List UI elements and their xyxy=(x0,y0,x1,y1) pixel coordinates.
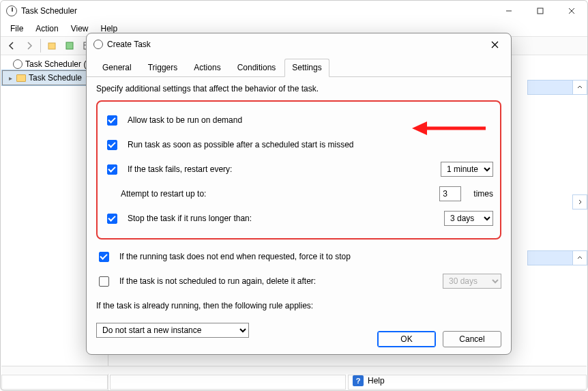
tree-root-label: Task Scheduler (L xyxy=(25,59,91,69)
checkbox-allow-on-demand[interactable] xyxy=(107,115,117,126)
forward-button[interactable] xyxy=(21,38,38,53)
help-label: Help xyxy=(368,376,385,386)
separator xyxy=(40,39,41,53)
dialog-footer: OK Cancel xyxy=(377,331,501,347)
label-allow-on-demand: Allow task to be run on demand xyxy=(128,115,242,125)
chevron-right-icon[interactable] xyxy=(572,194,587,209)
label-stop-if-longer: Stop the task if it runs longer than: xyxy=(128,214,252,223)
label-restart-if-fail: If the task fails, restart every: xyxy=(128,164,232,174)
splitter[interactable] xyxy=(1,366,587,374)
highlight-box: Allow task to be run on demand Run task … xyxy=(96,100,501,240)
label-already-running: If the task is already running, then the… xyxy=(96,301,313,310)
row-allow-on-demand: Allow task to be run on demand xyxy=(104,110,493,130)
dialog-tabs: General Triggers Actions Conditions Sett… xyxy=(87,58,511,77)
menu-file[interactable]: File xyxy=(5,23,29,35)
checkbox-restart-if-fail[interactable] xyxy=(107,164,117,175)
dialog-body: Specify additional settings that affect … xyxy=(87,77,511,341)
unit-times: times xyxy=(473,189,493,199)
settings-description: Specify additional settings that affect … xyxy=(96,84,501,93)
help-row[interactable]: ? Help xyxy=(349,375,586,386)
dialog-clock-icon xyxy=(93,40,103,49)
minimize-button[interactable] xyxy=(493,1,525,21)
status-seg-3: ? Help xyxy=(348,375,587,390)
menu-action[interactable]: Action xyxy=(30,23,63,35)
dialog-close-button[interactable] xyxy=(485,36,504,53)
chevron-up-icon-2[interactable] xyxy=(572,250,587,265)
dialog-title: Create Task xyxy=(107,40,151,49)
toolbar-icon-1[interactable] xyxy=(44,38,60,53)
tree-child-label: Task Schedule xyxy=(29,73,82,83)
cancel-button[interactable]: Cancel xyxy=(443,331,501,347)
svg-rect-1 xyxy=(48,43,55,49)
create-task-dialog: Create Task General Triggers Actions Con… xyxy=(86,33,512,355)
row-attempt-up-to: Attempt to restart up to: times xyxy=(104,184,493,204)
status-seg-1 xyxy=(1,375,108,390)
checkbox-run-asap[interactable] xyxy=(107,140,117,150)
titlebar: Task Scheduler xyxy=(1,1,587,21)
svg-rect-0 xyxy=(538,8,543,14)
row-stop-if-longer: Stop the task if it runs longer than: 3 … xyxy=(104,208,493,229)
maximize-button[interactable] xyxy=(525,1,556,21)
select-delete-duration: 30 days xyxy=(443,274,501,289)
tab-general[interactable]: General xyxy=(95,59,139,77)
tab-conditions[interactable]: Conditions xyxy=(230,59,284,77)
status-seg-2 xyxy=(110,375,346,390)
tab-settings[interactable]: Settings xyxy=(284,59,329,77)
back-button[interactable] xyxy=(3,38,20,53)
label-force-stop: If the running task does not end when re… xyxy=(119,252,351,261)
dialog-titlebar: Create Task xyxy=(87,33,511,55)
ok-button[interactable]: OK xyxy=(377,331,436,347)
select-running-rule[interactable]: Do not start a new instance xyxy=(96,323,249,338)
label-delete-after: If the task is not scheduled to run agai… xyxy=(119,276,316,286)
select-restart-interval[interactable]: 1 minute xyxy=(441,162,493,177)
svg-rect-2 xyxy=(66,42,73,49)
help-icon: ? xyxy=(353,375,364,386)
folder-icon xyxy=(16,74,26,82)
label-run-asap: Run task as soon as possible after a sch… xyxy=(128,140,354,149)
window-title: Task Scheduler xyxy=(21,6,77,16)
row-force-stop: If the running task does not end when re… xyxy=(96,246,501,267)
window-buttons xyxy=(493,1,587,21)
input-attempt-count[interactable] xyxy=(439,186,461,201)
row-delete-after: If the task is not scheduled to run agai… xyxy=(96,271,501,291)
clock-icon xyxy=(13,59,23,69)
label-attempt-up-to: Attempt to restart up to: xyxy=(121,189,206,199)
expand-icon[interactable]: ▸ xyxy=(7,74,14,82)
checkbox-force-stop[interactable] xyxy=(99,252,109,262)
row-restart-if-fail: If the task fails, restart every: 1 minu… xyxy=(104,159,493,179)
app-clock-icon xyxy=(6,5,17,16)
select-stop-duration[interactable]: 3 days xyxy=(444,211,493,226)
row-run-asap: Run task as soon as possible after a sch… xyxy=(104,134,493,155)
checkbox-delete-after[interactable] xyxy=(99,276,109,287)
chevron-up-icon[interactable] xyxy=(572,80,587,95)
row-already-running: If the task is already running, then the… xyxy=(96,295,501,316)
tab-triggers[interactable]: Triggers xyxy=(141,59,186,77)
tab-actions[interactable]: Actions xyxy=(186,59,228,77)
checkbox-stop-if-longer[interactable] xyxy=(107,214,117,224)
close-button[interactable] xyxy=(556,1,587,21)
toolbar-icon-2[interactable] xyxy=(61,38,78,53)
